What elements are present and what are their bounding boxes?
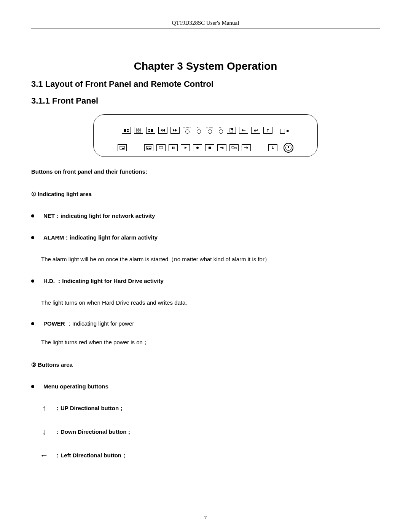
bullet-icon — [31, 236, 34, 239]
fast-forward-button — [170, 127, 180, 134]
svg-rect-20 — [122, 148, 124, 149]
hd-item: H.D. ：Indicating light for Hard Drive ac… — [31, 278, 380, 285]
sep: ： — [56, 278, 62, 284]
doc-button — [227, 127, 236, 134]
svg-rect-9 — [148, 131, 150, 132]
net-label: NET — [43, 212, 55, 219]
left-arrow-button — [239, 127, 248, 134]
subsection-title: 3.1.1 Front Panel — [31, 96, 380, 106]
hd-note: The light turns on when Hard Drive reads… — [41, 299, 380, 306]
record-button — [193, 144, 202, 151]
svg-rect-6 — [136, 131, 138, 133]
alarm-led: ALARM — [206, 127, 213, 134]
net-item: NET：indicating light for network activit… — [31, 212, 380, 220]
svg-rect-29 — [209, 147, 211, 149]
led-group: POWER H.D. ALARM NET — [183, 127, 223, 134]
hd-label: H.D. — [43, 278, 56, 284]
enter-button — [251, 127, 260, 134]
svg-rect-5 — [139, 128, 141, 130]
page-number: 7 — [0, 514, 411, 521]
down-arrow-button — [268, 144, 277, 151]
dir-up-item: ↑ ：UP Directional button； — [40, 404, 380, 412]
svg-line-31 — [223, 147, 224, 149]
area1-heading: ① Indicating light area — [31, 190, 380, 198]
net-desc: indicating light for network activity — [61, 212, 155, 219]
hd-led: H.D. — [197, 127, 201, 134]
area2-heading: ② Buttons area — [31, 361, 380, 369]
svg-point-28 — [196, 147, 199, 149]
play-button — [181, 144, 190, 151]
power-desc: Indicating light for power — [72, 320, 134, 327]
svg-marker-27 — [185, 147, 187, 149]
ir-receiver: IR — [280, 129, 289, 134]
up-arrow-icon: ↑ — [40, 404, 49, 412]
multi-pip-button — [144, 144, 153, 151]
sep: ： — [64, 234, 70, 241]
dir-down-label: ：Down Directional button； — [55, 428, 132, 436]
svg-rect-16 — [231, 128, 233, 130]
net-led-label: NET — [219, 127, 223, 129]
panel-row-bottom — [99, 143, 312, 153]
bullet-icon — [31, 385, 34, 388]
dir-left-label: ：Left Directional button； — [55, 452, 127, 459]
hd-desc: Indicating light for Hard Drive activity — [62, 278, 164, 284]
section-title: 3.1 Layout of Front Panel and Remote Con… — [31, 79, 380, 89]
power-item: POWER ：Indicating light for power — [31, 320, 380, 328]
menu-ops-label: Menu operating buttons — [43, 383, 108, 390]
svg-rect-33 — [234, 147, 236, 149]
power-button — [284, 143, 293, 153]
alarm-note: The alarm light will be on once the alar… — [41, 256, 380, 263]
svg-marker-14 — [175, 129, 177, 132]
net-led: NET — [219, 127, 223, 134]
pip-toggle-button — [229, 144, 239, 151]
ir-label: IR — [287, 130, 289, 133]
power-led: POWER — [183, 127, 191, 134]
alarm-item: ALARM：indicating light for alarm activit… — [31, 234, 380, 241]
front-panel-figure: POWER H.D. ALARM NET — [93, 114, 318, 157]
bullet-icon — [31, 214, 34, 217]
power-led-label: POWER — [183, 127, 191, 129]
svg-rect-23 — [149, 148, 151, 149]
page-header: QT19D328SC User's Manual — [31, 20, 380, 29]
svg-marker-13 — [173, 129, 175, 132]
svg-rect-3 — [127, 131, 129, 132]
svg-rect-8 — [148, 129, 150, 130]
dir-left-item: ← ：Left Directional button； — [40, 451, 380, 460]
stop-button — [205, 144, 214, 151]
ir-box-icon — [280, 129, 285, 134]
bullet-icon — [31, 280, 34, 283]
split1-button — [122, 127, 131, 134]
grid-button — [134, 127, 143, 134]
left-arrow-icon: ← — [40, 451, 49, 460]
buttons-intro: Buttons on front panel and their functio… — [31, 168, 380, 176]
sep: ： — [55, 212, 61, 219]
panel-row-top: POWER H.D. ALARM NET — [99, 124, 312, 134]
svg-rect-22 — [147, 148, 148, 149]
svg-rect-25 — [172, 147, 173, 149]
up-arrow-button — [263, 127, 272, 134]
split2-button — [146, 127, 155, 134]
menu-ops-item: Menu operating buttons — [31, 383, 380, 390]
bullet-icon — [31, 322, 34, 325]
dir-down-item: ↓ ：Down Directional button； — [40, 428, 380, 436]
svg-rect-2 — [127, 129, 129, 130]
mute-button — [217, 144, 226, 151]
svg-rect-24 — [159, 147, 163, 149]
svg-rect-1 — [124, 129, 126, 132]
svg-rect-4 — [136, 128, 138, 130]
power-label: POWER — [43, 320, 67, 327]
svg-rect-32 — [232, 147, 234, 148]
right-arrow-button — [242, 144, 251, 151]
power-note: The light turns red when the power is on… — [41, 339, 380, 346]
svg-rect-26 — [174, 147, 175, 149]
svg-marker-12 — [161, 129, 162, 132]
down-arrow-icon: ↓ — [40, 428, 49, 436]
pip-button — [118, 144, 127, 151]
rewind-button — [158, 127, 167, 134]
svg-rect-10 — [151, 129, 153, 132]
sep: ： — [67, 320, 72, 327]
chapter-title: Chapter 3 System Operation — [31, 60, 380, 72]
svg-rect-7 — [139, 131, 141, 133]
aspect-button — [156, 144, 166, 151]
front-panel-outline: POWER H.D. ALARM NET — [93, 114, 318, 157]
